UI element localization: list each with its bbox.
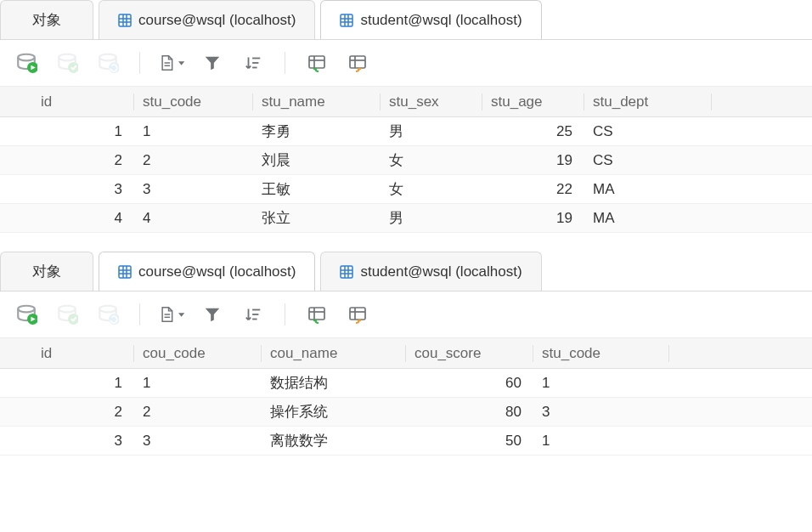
filter-button[interactable] [200, 50, 225, 76]
run-button[interactable] [14, 302, 39, 327]
cell-code[interactable]: 4 [134, 210, 253, 227]
tab-objects[interactable]: 对象 [0, 252, 93, 291]
course-panel: 对象 course@wsql (localhost) student@wsql … [0, 252, 812, 456]
col-stu-name[interactable]: stu_name [253, 93, 381, 110]
separator [139, 52, 140, 74]
col-cou-code[interactable]: cou_code [134, 345, 262, 362]
tab-course-label: course@wsql (localhost) [138, 12, 296, 29]
cell-age[interactable]: 25 [482, 123, 584, 140]
cell-code[interactable]: 2 [134, 152, 253, 169]
cell-name[interactable]: 刘晨 [253, 150, 381, 170]
header-row: id cou_code cou_name cou_score stu_code [0, 338, 812, 369]
tab-objects-label: 对象 [32, 10, 61, 30]
table-row[interactable]: 1 1 李勇 男 25 CS [0, 117, 812, 146]
tabs: 对象 course@wsql (localhost) student@wsql … [0, 0, 812, 39]
cell-age[interactable]: 19 [482, 210, 584, 227]
cell-score[interactable]: 60 [406, 375, 533, 392]
table-row[interactable]: 1 1 数据结构 60 1 [0, 369, 812, 398]
tab-student[interactable]: student@wsql (localhost) [320, 252, 541, 291]
doc-menu-button[interactable] [159, 50, 184, 76]
student-grid: id stu_code stu_name stu_sex stu_age stu… [0, 87, 812, 233]
cell-name[interactable]: 数据结构 [262, 373, 406, 393]
cell-age[interactable]: 22 [482, 181, 584, 198]
course-grid: id cou_code cou_name cou_score stu_code … [0, 338, 812, 456]
cell-age[interactable]: 19 [482, 152, 584, 169]
cell-name[interactable]: 离散数学 [262, 431, 406, 450]
cell-stu[interactable]: 1 [533, 433, 669, 450]
commit-button[interactable] [54, 50, 80, 76]
cell-code[interactable]: 3 [134, 433, 262, 450]
cell-id[interactable]: 1 [32, 375, 134, 392]
separator [285, 52, 285, 74]
table-icon [340, 265, 353, 279]
toolbar [0, 39, 812, 87]
table-row[interactable]: 2 2 操作系统 80 3 [0, 398, 812, 427]
cell-dept[interactable]: CS [584, 123, 712, 140]
cell-id[interactable]: 1 [32, 123, 134, 140]
cell-code[interactable]: 1 [134, 375, 262, 392]
tab-course-label: course@wsql (localhost) [138, 263, 296, 280]
tab-course[interactable]: course@wsql (localhost) [99, 0, 315, 39]
table-row[interactable]: 2 2 刘晨 女 19 CS [0, 146, 812, 175]
cell-name[interactable]: 张立 [253, 208, 381, 228]
sort-button[interactable] [240, 302, 266, 327]
sort-button[interactable] [240, 50, 266, 76]
cell-code[interactable]: 3 [134, 181, 253, 198]
cell-score[interactable]: 50 [406, 433, 533, 450]
col-cou-name[interactable]: cou_name [262, 345, 406, 362]
table-icon [340, 14, 353, 27]
refresh-button[interactable] [95, 50, 121, 76]
cell-id[interactable]: 3 [32, 433, 134, 450]
cell-name[interactable]: 李勇 [253, 122, 381, 141]
cell-id[interactable]: 2 [32, 404, 134, 421]
cell-code[interactable]: 1 [134, 123, 253, 140]
cell-stu[interactable]: 3 [533, 404, 669, 421]
export-button[interactable] [345, 50, 370, 76]
cell-dept[interactable]: MA [584, 210, 712, 227]
header-row: id stu_code stu_name stu_sex stu_age stu… [0, 87, 812, 117]
export-button[interactable] [345, 302, 370, 327]
table-row[interactable]: 4 4 张立 男 19 MA [0, 204, 812, 233]
tab-student-label: student@wsql (localhost) [360, 263, 522, 280]
table-row[interactable]: 3 3 王敏 女 22 MA [0, 175, 812, 204]
table-icon [118, 265, 132, 279]
cell-sex[interactable]: 女 [381, 179, 482, 199]
table-icon [118, 14, 132, 27]
tab-objects-label: 对象 [32, 262, 61, 281]
col-stu-code[interactable]: stu_code [533, 345, 669, 362]
tab-student[interactable]: student@wsql (localhost) [320, 0, 541, 39]
col-id[interactable]: id [32, 93, 134, 110]
cell-id[interactable]: 2 [32, 152, 134, 169]
tab-objects[interactable]: 对象 [0, 0, 93, 39]
refresh-button[interactable] [95, 302, 121, 327]
cell-dept[interactable]: CS [584, 152, 712, 169]
cell-id[interactable]: 4 [32, 210, 134, 227]
tab-course[interactable]: course@wsql (localhost) [99, 252, 315, 291]
import-button[interactable] [304, 302, 330, 327]
table-row[interactable]: 3 3 离散数学 50 1 [0, 427, 812, 456]
col-stu-dept[interactable]: stu_dept [584, 93, 712, 110]
cell-stu[interactable]: 1 [533, 375, 669, 392]
cell-name[interactable]: 操作系统 [262, 402, 406, 422]
cell-sex[interactable]: 女 [381, 150, 482, 170]
import-button[interactable] [304, 50, 330, 76]
tabs: 对象 course@wsql (localhost) student@wsql … [0, 252, 812, 291]
doc-menu-button[interactable] [159, 302, 184, 327]
cell-sex[interactable]: 男 [381, 122, 482, 141]
col-stu-code[interactable]: stu_code [134, 93, 253, 110]
cell-score[interactable]: 80 [406, 404, 533, 421]
cell-id[interactable]: 3 [32, 181, 134, 198]
filter-button[interactable] [200, 302, 225, 327]
cell-code[interactable]: 2 [134, 404, 262, 421]
cell-name[interactable]: 王敏 [253, 179, 381, 199]
col-id[interactable]: id [32, 345, 134, 362]
col-stu-sex[interactable]: stu_sex [381, 93, 482, 110]
tab-student-label: student@wsql (localhost) [360, 12, 522, 29]
col-stu-age[interactable]: stu_age [482, 93, 584, 110]
separator [139, 303, 140, 325]
run-button[interactable] [14, 50, 39, 76]
col-cou-score[interactable]: cou_score [406, 345, 533, 362]
commit-button[interactable] [54, 302, 80, 327]
cell-sex[interactable]: 男 [381, 208, 482, 228]
cell-dept[interactable]: MA [584, 181, 712, 198]
